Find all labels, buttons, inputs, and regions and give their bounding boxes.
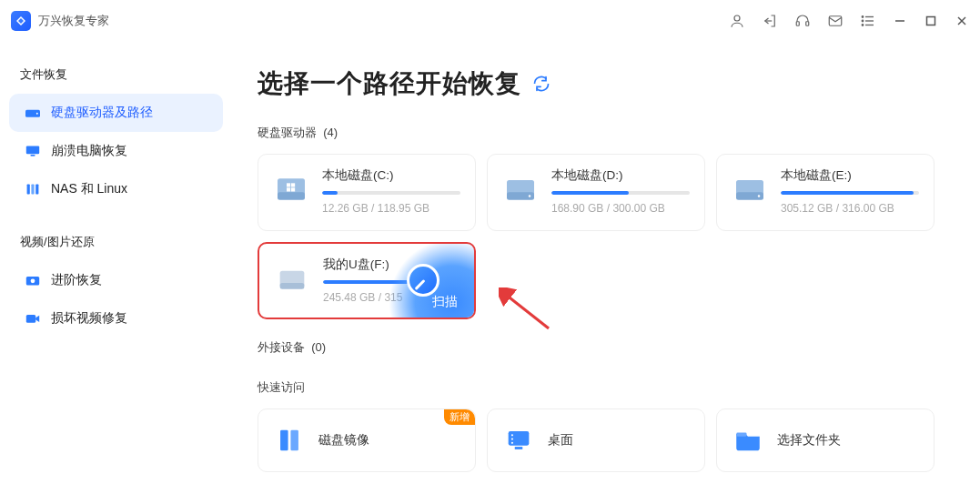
app-logo xyxy=(11,11,31,31)
svg-rect-45 xyxy=(736,433,746,437)
page-title: 选择一个路径开始恢复 xyxy=(258,66,521,101)
svg-rect-18 xyxy=(27,184,30,194)
svg-point-0 xyxy=(734,15,740,21)
list-icon[interactable] xyxy=(860,13,876,29)
sidebar-item-label: 崩溃电脑恢复 xyxy=(51,143,127,159)
app-title: 万兴恢复专家 xyxy=(38,13,109,29)
quick-card-label: 桌面 xyxy=(548,432,573,449)
svg-point-44 xyxy=(511,442,513,444)
sidebar-item-crash-recovery[interactable]: 崩溃电脑恢复 xyxy=(9,132,223,170)
quick-card[interactable]: 选择文件夹 xyxy=(716,408,935,472)
quick-card[interactable]: 磁盘镜像新增 xyxy=(258,408,476,472)
monitor-icon xyxy=(24,144,42,158)
svg-point-22 xyxy=(31,278,35,283)
video-icon xyxy=(24,311,42,326)
logout-icon[interactable] xyxy=(762,13,778,29)
drive-stats: 12.26 GB / 118.95 GB xyxy=(322,202,460,215)
svg-point-35 xyxy=(758,195,761,197)
close-button[interactable] xyxy=(955,15,969,27)
svg-rect-37 xyxy=(280,283,305,289)
sidebar-item-label: NAS 和 Linux xyxy=(51,181,127,197)
sidebar-item-label: 硬盘驱动器及路径 xyxy=(51,105,153,121)
drive-card[interactable]: 本地磁盘(D:)168.90 GB / 300.00 GB xyxy=(487,154,705,231)
svg-rect-1 xyxy=(796,21,799,25)
hdd-icon xyxy=(24,106,42,120)
drive-icon xyxy=(502,171,539,207)
maximize-button[interactable] xyxy=(924,15,938,27)
quick-group-title: 快速访问 xyxy=(258,379,955,396)
drive-usage-bar xyxy=(323,280,460,284)
svg-rect-20 xyxy=(35,184,38,194)
drive-name: 本地磁盘(C:) xyxy=(322,167,460,184)
sidebar-item-nas-linux[interactable]: NAS 和 Linux xyxy=(9,170,223,208)
desktop-icon xyxy=(502,424,535,457)
svg-rect-29 xyxy=(291,187,295,191)
svg-rect-25 xyxy=(278,192,305,199)
drive-name: 我的U盘(F:) xyxy=(323,257,460,273)
svg-rect-19 xyxy=(31,184,34,194)
svg-rect-41 xyxy=(515,447,523,449)
drive-stats: 305.12 GB / 316.00 GB xyxy=(781,202,919,215)
drive-usage-bar xyxy=(781,191,919,195)
sidebar: 文件恢复 硬盘驱动器及路径 崩溃电脑恢复 NAS 和 Linux 视频/图片还原… xyxy=(0,41,232,484)
svg-point-8 xyxy=(862,20,864,22)
refresh-icon[interactable] xyxy=(532,75,551,93)
svg-rect-2 xyxy=(806,21,809,25)
svg-rect-16 xyxy=(26,146,39,154)
sidebar-section-title: 文件恢复 xyxy=(9,57,223,94)
sidebar-section-title: 视频/图片还原 xyxy=(9,225,223,261)
svg-rect-27 xyxy=(291,183,295,187)
titlebar: 万兴恢复专家 xyxy=(0,0,980,41)
quick-card-label: 磁盘镜像 xyxy=(318,432,369,449)
external-group-title: 外接设备 (0) xyxy=(258,339,955,356)
drive-stats: 245.48 GB / 315 xyxy=(323,291,460,304)
svg-rect-11 xyxy=(927,16,935,25)
svg-rect-17 xyxy=(31,155,35,156)
svg-point-15 xyxy=(36,113,38,115)
drive-usage-bar xyxy=(322,191,460,195)
svg-rect-23 xyxy=(26,315,35,323)
quick-card[interactable]: 桌面 xyxy=(487,408,705,472)
camera-icon xyxy=(24,273,42,287)
svg-rect-26 xyxy=(287,183,290,187)
new-badge: 新增 xyxy=(444,409,475,425)
drive-card[interactable]: 我的U盘(F:)245.48 GB / 315扫描 xyxy=(258,242,476,319)
user-icon[interactable] xyxy=(729,13,745,29)
sidebar-item-drives[interactable]: 硬盘驱动器及路径 xyxy=(9,94,223,132)
drive-name: 本地磁盘(E:) xyxy=(781,167,919,184)
drive-card[interactable]: 本地磁盘(E:)305.12 GB / 316.00 GB xyxy=(716,154,935,231)
mail-icon[interactable] xyxy=(827,13,844,29)
quick-card-label: 选择文件夹 xyxy=(777,432,841,449)
folder-icon xyxy=(732,424,764,457)
drive-card[interactable]: 本地磁盘(C:)12.26 GB / 118.95 GB xyxy=(258,154,476,231)
main-content: 选择一个路径开始恢复 硬盘驱动器 (4) 本地磁盘(C:)12.26 GB / … xyxy=(232,41,980,484)
svg-rect-28 xyxy=(287,187,290,191)
svg-rect-3 xyxy=(829,15,842,25)
svg-point-9 xyxy=(862,24,864,25)
minimize-button[interactable] xyxy=(893,15,907,27)
svg-point-43 xyxy=(511,439,513,440)
sidebar-item-video-repair[interactable]: 损坏视频修复 xyxy=(9,299,223,338)
drive-name: 本地磁盘(D:) xyxy=(551,167,690,184)
drive-usage-bar xyxy=(551,191,690,195)
sidebar-item-label: 进阶恢复 xyxy=(51,272,102,288)
sidebar-item-label: 损坏视频修复 xyxy=(51,310,127,327)
server-icon xyxy=(24,182,42,197)
svg-rect-39 xyxy=(290,430,298,451)
svg-point-42 xyxy=(511,434,513,436)
svg-point-7 xyxy=(862,15,864,17)
drive-icon xyxy=(732,171,768,207)
drive-stats: 168.90 GB / 300.00 GB xyxy=(551,202,690,215)
drive-icon xyxy=(273,171,309,207)
mirror-icon xyxy=(273,424,306,457)
svg-rect-38 xyxy=(280,430,288,451)
drives-group-title: 硬盘驱动器 (4) xyxy=(258,125,955,141)
drive-icon xyxy=(274,260,310,297)
headset-icon[interactable] xyxy=(794,13,811,29)
sidebar-item-advanced-recovery[interactable]: 进阶恢复 xyxy=(9,261,223,299)
svg-point-32 xyxy=(529,195,531,197)
